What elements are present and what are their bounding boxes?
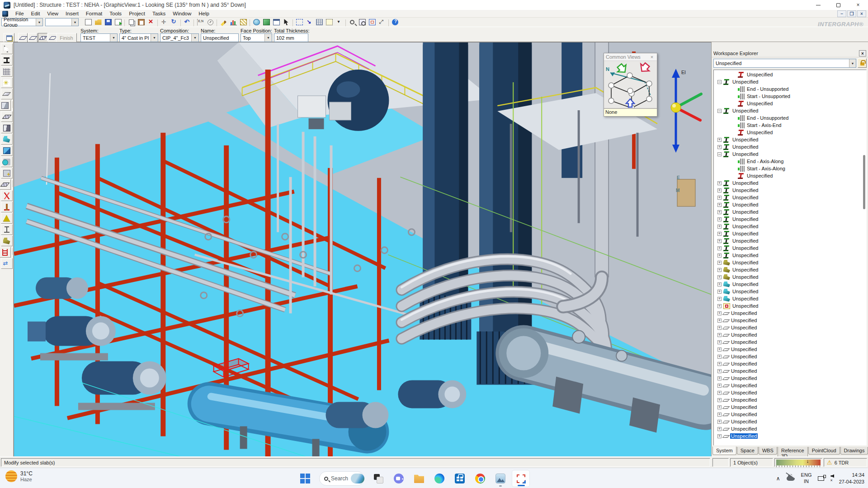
tree-item[interactable]: + Unspecified — [714, 223, 866, 230]
taskbar-search[interactable]: Search — [319, 471, 364, 486]
import-structure-tool[interactable] — [1, 168, 13, 178]
footing-tool[interactable] — [1, 134, 13, 145]
tree-item[interactable]: + Unspecified — [714, 136, 866, 143]
tree-expander[interactable]: + — [717, 355, 722, 359]
tree-expander[interactable]: + — [717, 413, 722, 417]
close-icon[interactable]: × — [859, 50, 866, 56]
menu-item[interactable]: Project — [125, 10, 149, 17]
tree-expander[interactable]: + — [717, 369, 722, 373]
tree-item[interactable]: – Unspecified — [714, 78, 866, 85]
tree-item[interactable]: + Unspecified — [714, 302, 866, 310]
tree-expander[interactable]: + — [717, 282, 722, 286]
permission-group-select[interactable]: Permission Group ▼ — [1, 18, 43, 26]
tree-expander[interactable]: + — [717, 210, 722, 214]
tree-item[interactable]: + Unspecified — [714, 237, 866, 244]
copy-button[interactable] — [126, 18, 136, 27]
tree-expander[interactable]: + — [717, 290, 722, 294]
graphic-view[interactable]: E M Common Views × N — [14, 42, 711, 456]
workspace-button[interactable] — [251, 18, 261, 27]
transform-tool[interactable] — [1, 258, 13, 269]
tree-item[interactable]: + Unspecified — [714, 346, 866, 353]
tree-item[interactable]: + Unspecified — [714, 216, 866, 223]
place-beam-tool[interactable] — [1, 55, 13, 66]
tree-expander[interactable]: + — [717, 145, 722, 149]
network-icon[interactable] — [818, 476, 824, 481]
tree-item[interactable]: + Unspecified — [714, 295, 866, 302]
menu-item[interactable]: Tools — [106, 10, 125, 17]
workspace-filter-select[interactable]: Unspecified ▼ — [713, 59, 856, 68]
menu-item[interactable]: Edit — [28, 10, 44, 17]
tree-expander[interactable]: + — [717, 181, 722, 185]
lock-button[interactable] — [858, 58, 867, 68]
delete-button[interactable] — [146, 18, 156, 27]
menu-item[interactable]: Insert — [62, 10, 82, 17]
tree-expander[interactable]: – — [717, 80, 722, 84]
tree-expander[interactable]: + — [717, 405, 722, 409]
filter-select[interactable]: ▼ — [45, 18, 79, 26]
properties-button[interactable] — [113, 18, 123, 27]
truss-tool[interactable] — [1, 213, 13, 224]
new-button[interactable] — [83, 18, 93, 27]
language-indicator[interactable]: ENGIN — [801, 472, 812, 485]
tree-item[interactable]: Unspecified — [714, 172, 866, 179]
undo-button[interactable] — [182, 18, 192, 27]
menu-item[interactable]: Tasks — [149, 10, 169, 17]
tdr-status[interactable]: ⚠ 6 TDR — [824, 458, 867, 467]
tree-expander[interactable]: + — [717, 319, 722, 323]
tray-chevron-icon[interactable]: ∧ — [776, 475, 780, 482]
taskbar-edge[interactable] — [430, 470, 448, 487]
route-button[interactable] — [304, 18, 314, 27]
tree-item[interactable]: + Unspecified — [714, 281, 866, 288]
tree-expander[interactable]: + — [717, 253, 722, 258]
rotate-button[interactable] — [169, 18, 179, 27]
menu-item[interactable]: Window — [169, 10, 195, 17]
tree-item[interactable]: + Unspecified — [714, 331, 866, 338]
fit-view-button[interactable] — [367, 18, 377, 27]
pan-button[interactable] — [377, 18, 387, 27]
tree-item[interactable]: + Unspecified — [714, 208, 866, 216]
menu-item[interactable]: View — [43, 10, 62, 17]
column-cylinder-tool[interactable] — [1, 156, 13, 167]
tree-expander[interactable]: + — [717, 311, 722, 315]
slab-assembly-tool[interactable] — [0, 179, 11, 190]
tree-item[interactable]: + Unspecified — [714, 194, 866, 201]
tree-item[interactable]: + Unspecified — [714, 382, 866, 389]
tree-expander[interactable]: + — [717, 391, 722, 395]
stair-tool[interactable] — [0, 247, 11, 258]
tree-expander[interactable]: + — [717, 188, 722, 192]
tree-item[interactable]: + Unspecified — [714, 187, 866, 194]
footing-olive-tool[interactable] — [1, 235, 13, 246]
taskbar-chrome[interactable] — [471, 470, 489, 487]
tree-item[interactable]: + Unspecified — [714, 418, 866, 425]
tree-expander[interactable]: + — [717, 420, 722, 424]
tree-item[interactable]: + Unspecified — [714, 201, 866, 208]
tree-item[interactable]: + Unspecified — [714, 179, 866, 187]
close-button[interactable]: × — [848, 0, 868, 10]
measure-button[interactable] — [205, 18, 215, 27]
catalog-button[interactable] — [271, 18, 281, 27]
tree-expander[interactable]: – — [717, 152, 722, 156]
taskbar-task-view[interactable] — [369, 470, 387, 487]
member-system-tool[interactable] — [1, 66, 13, 77]
tree-expander[interactable]: + — [717, 239, 722, 243]
tree-item[interactable]: + Unspecified — [714, 288, 866, 295]
save-button[interactable] — [103, 18, 113, 27]
slab-mode-3-button[interactable] — [38, 33, 47, 42]
wall-tool[interactable] — [1, 122, 13, 133]
tree-item[interactable]: + Unspecified — [714, 259, 866, 266]
help-button[interactable] — [390, 18, 400, 27]
more-tools-caret[interactable] — [334, 18, 344, 27]
workspace-tab[interactable]: Space — [737, 447, 758, 455]
tree-expander[interactable]: + — [717, 138, 722, 142]
handrail-tool[interactable] — [1, 224, 13, 235]
tree-item[interactable]: + Unspecified — [714, 367, 866, 375]
common-views-cube[interactable]: N — [604, 61, 657, 108]
tree-item[interactable]: End - Unsupported — [714, 114, 866, 122]
surface-style-button[interactable] — [238, 18, 248, 27]
zoom-box-button[interactable] — [294, 18, 304, 27]
brace-tool[interactable] — [1, 190, 13, 201]
tree-item[interactable]: + Unspecified — [714, 432, 866, 440]
tree-expander[interactable]: + — [717, 268, 722, 272]
taskbar-photos[interactable] — [491, 470, 509, 487]
tree-item[interactable]: + Unspecified — [714, 230, 866, 237]
